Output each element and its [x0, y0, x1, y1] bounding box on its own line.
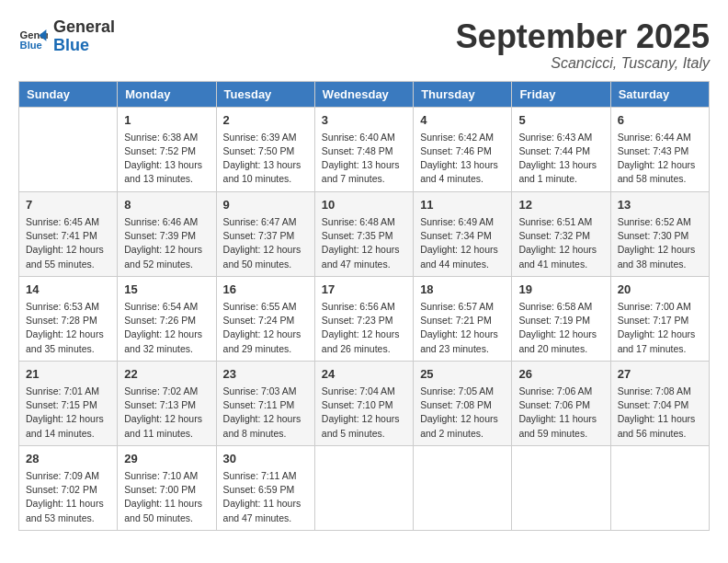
calendar-cell: 28Sunrise: 7:09 AM Sunset: 7:02 PM Dayli…: [19, 445, 118, 530]
calendar-cell: 26Sunrise: 7:06 AM Sunset: 7:06 PM Dayli…: [512, 361, 610, 445]
calendar-cell: 30Sunrise: 7:11 AM Sunset: 6:59 PM Dayli…: [216, 445, 314, 530]
calendar-cell: 15Sunrise: 6:54 AM Sunset: 7:26 PM Dayli…: [118, 276, 216, 361]
day-number: 17: [322, 282, 406, 298]
day-number: 29: [124, 451, 209, 467]
logo-icon: General Blue: [18, 22, 48, 52]
calendar-cell: [610, 445, 709, 530]
day-number: 23: [223, 366, 308, 383]
location-subtitle: Scancicci, Tuscany, Italy: [456, 55, 710, 72]
calendar-cell: 9Sunrise: 6:47 AM Sunset: 7:37 PM Daylig…: [216, 191, 314, 276]
day-number: 10: [322, 197, 406, 213]
calendar-cell: 8Sunrise: 6:46 AM Sunset: 7:39 PM Daylig…: [118, 191, 216, 276]
calendar-cell: 18Sunrise: 6:57 AM Sunset: 7:21 PM Dayli…: [414, 276, 512, 361]
cell-content: Sunrise: 6:38 AM Sunset: 7:52 PM Dayligh…: [124, 131, 209, 187]
calendar-cell: 1Sunrise: 6:38 AM Sunset: 7:52 PM Daylig…: [118, 107, 216, 191]
day-number: 24: [322, 366, 406, 383]
calendar-cell: [414, 445, 512, 530]
calendar-table: SundayMondayTuesdayWednesdayThursdayFrid…: [18, 81, 710, 531]
cell-content: Sunrise: 6:40 AM Sunset: 7:48 PM Dayligh…: [322, 131, 406, 187]
calendar-cell: 3Sunrise: 6:40 AM Sunset: 7:48 PM Daylig…: [314, 107, 413, 191]
calendar-cell: 24Sunrise: 7:04 AM Sunset: 7:10 PM Dayli…: [314, 361, 413, 445]
month-title: September 2025: [456, 18, 710, 55]
day-number: 9: [223, 197, 308, 213]
cell-content: Sunrise: 6:54 AM Sunset: 7:26 PM Dayligh…: [124, 300, 209, 356]
column-header-monday: Monday: [118, 81, 216, 107]
cell-content: Sunrise: 6:47 AM Sunset: 7:37 PM Dayligh…: [223, 215, 308, 271]
day-number: 4: [420, 112, 505, 129]
day-number: 8: [124, 197, 209, 213]
day-number: 18: [420, 282, 505, 298]
cell-content: Sunrise: 7:04 AM Sunset: 7:10 PM Dayligh…: [322, 385, 406, 441]
calendar-week-row: 1Sunrise: 6:38 AM Sunset: 7:52 PM Daylig…: [19, 107, 710, 191]
calendar-cell: 2Sunrise: 6:39 AM Sunset: 7:50 PM Daylig…: [216, 107, 314, 191]
cell-content: Sunrise: 6:44 AM Sunset: 7:43 PM Dayligh…: [618, 131, 702, 187]
calendar-cell: 4Sunrise: 6:42 AM Sunset: 7:46 PM Daylig…: [414, 107, 512, 191]
calendar-week-row: 7Sunrise: 6:45 AM Sunset: 7:41 PM Daylig…: [19, 191, 710, 276]
day-number: 12: [518, 197, 603, 213]
logo-general: General: [53, 18, 115, 37]
cell-content: Sunrise: 6:46 AM Sunset: 7:39 PM Dayligh…: [124, 215, 209, 271]
calendar-cell: 23Sunrise: 7:03 AM Sunset: 7:11 PM Dayli…: [216, 361, 314, 445]
day-number: 30: [223, 451, 308, 467]
calendar-week-row: 21Sunrise: 7:01 AM Sunset: 7:15 PM Dayli…: [19, 361, 710, 445]
cell-content: Sunrise: 7:08 AM Sunset: 7:04 PM Dayligh…: [618, 385, 702, 441]
column-header-sunday: Sunday: [19, 81, 118, 107]
day-number: 25: [420, 366, 505, 383]
calendar-cell: [512, 445, 610, 530]
cell-content: Sunrise: 6:39 AM Sunset: 7:50 PM Dayligh…: [223, 131, 308, 187]
calendar-cell: 22Sunrise: 7:02 AM Sunset: 7:13 PM Dayli…: [118, 361, 216, 445]
calendar-cell: 21Sunrise: 7:01 AM Sunset: 7:15 PM Dayli…: [19, 361, 118, 445]
calendar-week-row: 28Sunrise: 7:09 AM Sunset: 7:02 PM Dayli…: [19, 445, 710, 530]
day-number: 7: [26, 197, 110, 213]
cell-content: Sunrise: 7:06 AM Sunset: 7:06 PM Dayligh…: [518, 385, 603, 441]
cell-content: Sunrise: 6:56 AM Sunset: 7:23 PM Dayligh…: [322, 300, 406, 356]
cell-content: Sunrise: 6:53 AM Sunset: 7:28 PM Dayligh…: [26, 300, 110, 356]
cell-content: Sunrise: 7:03 AM Sunset: 7:11 PM Dayligh…: [223, 385, 308, 441]
cell-content: Sunrise: 7:05 AM Sunset: 7:08 PM Dayligh…: [420, 385, 505, 441]
logo-blue: Blue: [53, 37, 115, 55]
calendar-cell: 25Sunrise: 7:05 AM Sunset: 7:08 PM Dayli…: [414, 361, 512, 445]
calendar-cell: [19, 107, 118, 191]
calendar-cell: 16Sunrise: 6:55 AM Sunset: 7:24 PM Dayli…: [216, 276, 314, 361]
calendar-week-row: 14Sunrise: 6:53 AM Sunset: 7:28 PM Dayli…: [19, 276, 710, 361]
calendar-cell: 20Sunrise: 7:00 AM Sunset: 7:17 PM Dayli…: [610, 276, 709, 361]
page-header: General Blue General Blue September 2025…: [18, 18, 710, 72]
calendar-cell: 11Sunrise: 6:49 AM Sunset: 7:34 PM Dayli…: [414, 191, 512, 276]
day-number: 21: [26, 366, 110, 383]
cell-content: Sunrise: 7:10 AM Sunset: 7:00 PM Dayligh…: [124, 469, 209, 525]
day-number: 14: [26, 282, 110, 298]
column-header-tuesday: Tuesday: [216, 81, 314, 107]
logo: General Blue General Blue: [18, 18, 115, 55]
column-header-wednesday: Wednesday: [314, 81, 413, 107]
day-number: 1: [124, 112, 209, 129]
calendar-cell: [314, 445, 413, 530]
day-number: 15: [124, 282, 209, 298]
cell-content: Sunrise: 7:01 AM Sunset: 7:15 PM Dayligh…: [26, 385, 110, 441]
calendar-cell: 7Sunrise: 6:45 AM Sunset: 7:41 PM Daylig…: [19, 191, 118, 276]
day-number: 3: [322, 112, 406, 129]
calendar-cell: 13Sunrise: 6:52 AM Sunset: 7:30 PM Dayli…: [610, 191, 709, 276]
calendar-cell: 17Sunrise: 6:56 AM Sunset: 7:23 PM Dayli…: [314, 276, 413, 361]
cell-content: Sunrise: 6:52 AM Sunset: 7:30 PM Dayligh…: [618, 215, 702, 271]
day-number: 28: [26, 451, 110, 467]
svg-text:Blue: Blue: [20, 40, 42, 51]
cell-content: Sunrise: 6:45 AM Sunset: 7:41 PM Dayligh…: [26, 215, 110, 271]
day-number: 2: [223, 112, 308, 129]
day-number: 13: [618, 197, 702, 213]
day-number: 11: [420, 197, 505, 213]
day-number: 26: [518, 366, 603, 383]
cell-content: Sunrise: 6:58 AM Sunset: 7:19 PM Dayligh…: [518, 300, 603, 356]
cell-content: Sunrise: 6:43 AM Sunset: 7:44 PM Dayligh…: [518, 131, 603, 187]
cell-content: Sunrise: 6:42 AM Sunset: 7:46 PM Dayligh…: [420, 131, 505, 187]
cell-content: Sunrise: 7:00 AM Sunset: 7:17 PM Dayligh…: [618, 300, 702, 356]
calendar-cell: 14Sunrise: 6:53 AM Sunset: 7:28 PM Dayli…: [19, 276, 118, 361]
calendar-cell: 29Sunrise: 7:10 AM Sunset: 7:00 PM Dayli…: [118, 445, 216, 530]
day-number: 20: [618, 282, 702, 298]
day-number: 27: [618, 366, 702, 383]
calendar-cell: 6Sunrise: 6:44 AM Sunset: 7:43 PM Daylig…: [610, 107, 709, 191]
calendar-cell: 12Sunrise: 6:51 AM Sunset: 7:32 PM Dayli…: [512, 191, 610, 276]
calendar-cell: 10Sunrise: 6:48 AM Sunset: 7:35 PM Dayli…: [314, 191, 413, 276]
calendar-cell: 5Sunrise: 6:43 AM Sunset: 7:44 PM Daylig…: [512, 107, 610, 191]
day-number: 19: [518, 282, 603, 298]
cell-content: Sunrise: 7:02 AM Sunset: 7:13 PM Dayligh…: [124, 385, 209, 441]
